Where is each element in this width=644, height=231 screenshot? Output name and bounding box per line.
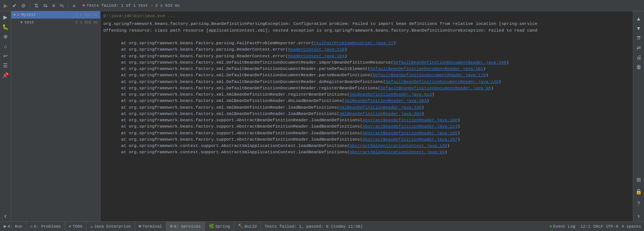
status-message: Tests failed: 1, passed: 0 (today 11:30) bbox=[261, 224, 363, 229]
scroll-down-button[interactable]: ▼ bbox=[634, 24, 644, 33]
tab-services[interactable]: ⚙ 8: Services bbox=[166, 222, 205, 231]
help-icon[interactable]: ? bbox=[634, 199, 644, 208]
services-label: 8: Services bbox=[174, 224, 201, 229]
print-button[interactable]: 🖨 bbox=[634, 53, 644, 62]
tab-todo[interactable]: ✔ TODO bbox=[65, 222, 87, 231]
test-time-mytest: 2 s 633 ms bbox=[76, 13, 98, 17]
event-log-button[interactable]: ● Event Log bbox=[547, 223, 578, 230]
log-stack-5: at org.springframework.beans.factory.xml… bbox=[103, 65, 630, 72]
scroll-buttons: ▲ ▼ ⇈ ⇄ 🖨 🗑 bbox=[634, 14, 644, 71]
tab-java-enterprise[interactable]: ☕ Java Enterprise bbox=[86, 222, 135, 231]
menu-icon[interactable]: ☰ bbox=[1, 61, 10, 70]
debug-icon[interactable]: 🐛 bbox=[1, 22, 10, 31]
problems-tab-icon: ⚠ bbox=[30, 224, 33, 229]
link-9[interactable]: XmlBeanDefinitionReader.java:513 bbox=[350, 92, 432, 97]
wrap-button[interactable]: ⇄ bbox=[634, 43, 644, 52]
log-error-line-2: Offending resource: class path resource … bbox=[103, 27, 630, 33]
pin-icon[interactable]: 📌 bbox=[1, 71, 10, 80]
test-failed-icon-mytest: ● bbox=[17, 12, 20, 17]
terminal-label: Terminal bbox=[142, 224, 162, 229]
collapse-all-button[interactable]: ≒ bbox=[58, 2, 65, 9]
log-stack-4: at org.springframework.beans.factory.xml… bbox=[103, 59, 630, 65]
scroll-top-button[interactable]: ⇈ bbox=[634, 33, 644, 42]
rerun-button[interactable]: ✔ bbox=[11, 2, 18, 9]
separator-1 bbox=[30, 2, 30, 9]
link-4[interactable]: DefaultBeanDefinitionDocumentReader.java… bbox=[393, 60, 506, 65]
run-tab-label: 4: Run bbox=[7, 224, 22, 229]
link-3[interactable]: ReaderContext.java:104 bbox=[288, 54, 345, 58]
build-label: Build bbox=[244, 224, 257, 229]
todo-tab-icon: ✔ bbox=[69, 224, 71, 229]
build-icon: 🔨 bbox=[238, 224, 243, 229]
stop-button[interactable]: ⊘ bbox=[20, 2, 27, 9]
link-7[interactable]: DefaultBeanDefinitionDocumentReader.java… bbox=[385, 79, 499, 84]
log-stack-17: at org.springframework.context.support.A… bbox=[103, 142, 630, 149]
link-16[interactable]: AbstractBeanDefinitionReader.java:257 bbox=[362, 137, 457, 142]
delete-button[interactable]: 🗑 bbox=[634, 62, 644, 71]
expand-arrow-mytest: ▼ bbox=[13, 13, 16, 17]
coverage-icon[interactable]: ⊕ bbox=[1, 32, 10, 41]
test-result-text: Tests failed: 1 of 1 test – 2 s 633 ms bbox=[87, 3, 180, 8]
indent: 4 spaces bbox=[621, 224, 641, 229]
link-11[interactable]: XmlBeanDefinitionReader.java:336 bbox=[339, 105, 422, 110]
run-button[interactable]: ▶ bbox=[2, 2, 9, 9]
test-failed-icon-test: ● bbox=[20, 20, 23, 25]
collapse-panel-left[interactable]: ‹ bbox=[2, 211, 9, 221]
test-tree: ▼ ● Mytest 2 s 633 ms ● test 2 s 633 ms bbox=[11, 11, 100, 221]
status-tabs: ▶ 4: Run ⚠ 6: Problems ✔ TODO ☕ Java Ent… bbox=[0, 222, 547, 231]
test-item-mytest[interactable]: ▼ ● Mytest 2 s 633 ms bbox=[11, 11, 100, 19]
log-stack-11: at org.springframework.beans.factory.xml… bbox=[103, 104, 630, 110]
link-18[interactable]: AbstractXmlApplicationContext.java:94 bbox=[350, 150, 445, 154]
link-10[interactable]: XmlBeanDefinitionReader.java:393 bbox=[345, 98, 427, 103]
link-12[interactable]: XmlBeanDefinitionReader.java:304 bbox=[339, 111, 422, 116]
log-stack-18: at org.springframework.context.support.A… bbox=[103, 149, 630, 155]
line-separator: CRLF bbox=[593, 224, 603, 229]
log-stack-2: at org.springframework.beans.factory.par… bbox=[103, 46, 630, 52]
test-item-test[interactable]: ● test 2 s 633 ms bbox=[11, 19, 100, 26]
tab-terminal[interactable]: ⊞ Terminal bbox=[135, 222, 166, 231]
more-options-button[interactable]: » bbox=[71, 2, 77, 9]
log-stack-10: at org.springframework.beans.factory.xml… bbox=[103, 97, 630, 104]
link-15[interactable]: AbstractBeanDefinitionReader.java:195 bbox=[362, 131, 457, 135]
link-17[interactable]: AbstractXmlApplicationContext.java:128 bbox=[350, 143, 447, 148]
link-8[interactable]: DefaultBeanDefinitionDocumentReader.java… bbox=[381, 86, 491, 90]
log-stack-1: at org.springframework.beans.factory.par… bbox=[103, 40, 630, 46]
java-enterprise-icon: ☕ bbox=[90, 224, 93, 229]
event-log-icon: ● bbox=[550, 224, 552, 229]
tab-problems[interactable]: ⚠ 6: Problems bbox=[26, 222, 65, 231]
lock-icon[interactable]: 🔒 bbox=[634, 187, 644, 196]
profile-icon[interactable]: ⌂ bbox=[1, 42, 10, 51]
tab-build[interactable]: 🔨 Build bbox=[234, 222, 261, 231]
sort-duration-button[interactable]: ⇆ bbox=[42, 2, 49, 9]
run-sidebar-icon[interactable]: ▶ bbox=[1, 13, 10, 22]
log-stack-15: at org.springframework.beans.factory.sup… bbox=[103, 130, 630, 136]
sort-az-button[interactable]: ⇅ bbox=[33, 2, 40, 9]
link-2[interactable]: ReaderContext.java:119 bbox=[288, 47, 345, 52]
log-blank-1 bbox=[103, 33, 630, 40]
run-command: D:\java\jdk\bin\java.exe ... bbox=[103, 13, 630, 19]
log-panel[interactable]: D:\java\jdk\bin\java.exe ... org.springf… bbox=[100, 11, 633, 221]
link-5[interactable]: DefaultBeanDefinitionDocumentReader.java… bbox=[370, 66, 483, 71]
spring-label: Spring bbox=[215, 224, 230, 229]
scroll-up-button[interactable]: ▲ bbox=[634, 14, 644, 23]
log-stack-13: at org.springframework.beans.factory.sup… bbox=[103, 117, 630, 123]
cursor-position: 12:1 bbox=[580, 224, 590, 229]
collapse-panel-right[interactable]: › bbox=[635, 211, 642, 221]
expand-all-button[interactable]: ≡ bbox=[51, 2, 57, 9]
link-13[interactable]: AbstractBeanDefinitionReader.java:188 bbox=[362, 118, 457, 122]
run-tab-icon: ▶ bbox=[4, 224, 6, 229]
left-sidebar: ▶ 🐛 ⊕ ⌂ ↩ ☰ 📌 ‹ bbox=[0, 11, 11, 221]
link-1[interactable]: FailFastProblemReporter.java:72 bbox=[314, 41, 393, 45]
tab-spring[interactable]: 🌿 Spring bbox=[205, 222, 234, 231]
settings-icon[interactable]: ⊞ bbox=[634, 175, 644, 184]
log-stack-12: at org.springframework.beans.factory.xml… bbox=[103, 110, 630, 117]
tab-run[interactable]: ▶ 4: Run bbox=[0, 222, 26, 231]
back-icon[interactable]: ↩ bbox=[1, 51, 10, 60]
failed-icon: ● bbox=[82, 3, 85, 8]
test-name-mytest: Mytest bbox=[21, 13, 74, 17]
link-14[interactable]: AbstractBeanDefinitionReader.java:224 bbox=[362, 124, 457, 129]
encoding: UTF-8 bbox=[606, 224, 618, 229]
spring-icon: 🌿 bbox=[209, 224, 214, 229]
terminal-icon: ⊞ bbox=[139, 224, 141, 229]
link-6[interactable]: DefaultBeanDefinitionDocumentReader.java… bbox=[373, 73, 486, 77]
